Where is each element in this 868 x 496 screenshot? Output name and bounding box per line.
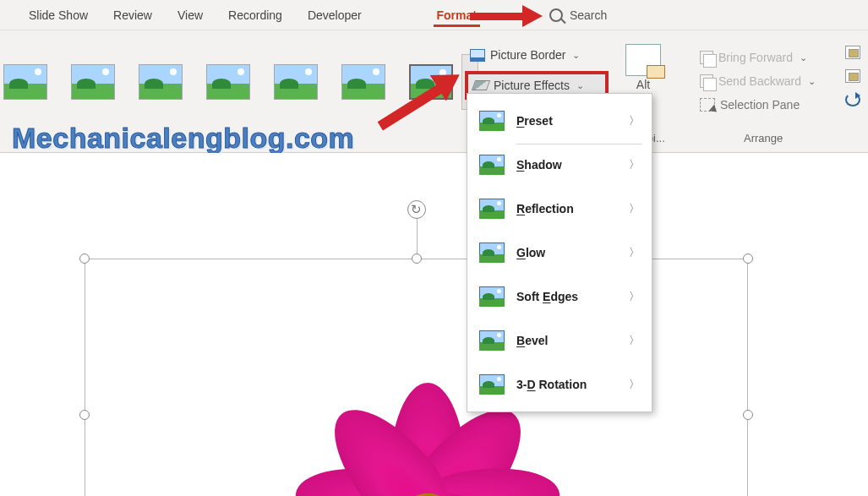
chevron-right-icon: 〉	[629, 113, 640, 128]
fx-label: Glow	[516, 246, 617, 259]
resize-handle[interactable]	[412, 253, 422, 264]
fx-item-3d-rotation[interactable]: 3-D Rotation 〉	[467, 362, 652, 406]
rotation-3d-icon	[479, 374, 505, 395]
shadow-icon	[479, 155, 505, 175]
resize-handle[interactable]	[743, 410, 753, 420]
chevron-down-icon: ⌄	[576, 80, 584, 91]
resize-handle[interactable]	[79, 410, 90, 420]
send-backward-button[interactable]: Send Backward ⌄	[696, 69, 865, 93]
arrange-group: Bring Forward ⌄ Send Backward ⌄ Selectio…	[696, 46, 865, 117]
picture-border-icon	[470, 49, 485, 62]
picture-border-label: Picture Border	[490, 48, 565, 62]
bevel-icon	[479, 330, 505, 351]
watermark-text: Mechanicalengblog.com	[12, 122, 354, 155]
fx-item-bevel[interactable]: Bevel 〉	[467, 319, 652, 362]
fx-label: Preset	[516, 114, 617, 128]
style-thumb[interactable]	[206, 64, 250, 100]
group-icon[interactable]	[845, 69, 860, 83]
resize-handle[interactable]	[79, 253, 90, 264]
fx-item-shadow[interactable]: Shadow 〉	[467, 143, 652, 187]
fx-item-reflection[interactable]: Reflection 〉	[467, 187, 652, 231]
picture-effects-label: Picture Effects	[494, 79, 570, 92]
annotation-arrow-to-format	[470, 5, 546, 27]
chevron-right-icon: 〉	[629, 333, 640, 348]
chevron-right-icon: 〉	[629, 201, 640, 216]
bring-forward-button[interactable]: Bring Forward ⌄	[696, 46, 865, 69]
rotation-handle[interactable]	[407, 200, 426, 219]
search-label: Search	[570, 8, 607, 22]
fx-item-soft-edges[interactable]: Soft Edges 〉	[467, 275, 652, 319]
fx-item-glow[interactable]: Glow 〉	[467, 231, 652, 275]
ribbon-tabs: Slide Show Review View Recording Develop…	[0, 0, 868, 30]
fx-label: Bevel	[516, 334, 617, 347]
send-backward-label: Send Backward	[718, 74, 801, 88]
alt-text-icon	[625, 44, 661, 76]
rotation-stem	[417, 215, 418, 253]
chevron-right-icon: 〉	[629, 289, 640, 304]
picture-border-button[interactable]: Picture Border ⌄	[465, 44, 609, 66]
chevron-right-icon: 〉	[629, 157, 640, 172]
chevron-down-icon: ⌄	[808, 76, 816, 87]
chevron-down-icon: ⌄	[572, 50, 580, 61]
chevron-down-icon: ⌄	[800, 52, 807, 63]
style-thumb[interactable]	[139, 64, 183, 100]
fx-item-preset[interactable]: Preset 〉	[467, 99, 652, 143]
search-icon	[549, 8, 563, 22]
fx-label: 3-D Rotation	[516, 378, 617, 391]
resize-handle[interactable]	[743, 253, 753, 264]
tab-recording[interactable]: Recording	[225, 3, 286, 27]
picture-effects-menu: Preset 〉 Shadow 〉 Reflection 〉 Glow 〉 So…	[467, 93, 652, 412]
soft-edges-icon	[479, 286, 505, 307]
bring-forward-icon	[700, 51, 713, 64]
fx-label: Reflection	[516, 202, 617, 215]
search-box[interactable]: Search	[549, 8, 607, 22]
style-thumb[interactable]	[3, 64, 47, 100]
tab-view[interactable]: View	[174, 3, 206, 27]
align-icon[interactable]	[845, 46, 860, 59]
glow-icon	[479, 243, 505, 263]
fx-label: Shadow	[516, 158, 617, 172]
style-thumb[interactable]	[71, 64, 115, 100]
tab-review[interactable]: Review	[110, 3, 156, 27]
bring-forward-label: Bring Forward	[718, 51, 793, 64]
alt-text-label-1: Alt	[625, 78, 661, 91]
arrange-group-label: Arrange	[744, 132, 783, 144]
rotate-icon[interactable]	[845, 93, 860, 106]
selection-pane-button[interactable]: Selection Pane	[696, 93, 865, 117]
picture-effects-icon	[472, 80, 490, 90]
slide-canvas[interactable]	[0, 153, 868, 496]
chevron-right-icon: 〉	[629, 377, 640, 392]
tab-slide-show[interactable]: Slide Show	[25, 3, 91, 27]
selection-pane-label: Selection Pane	[720, 98, 800, 112]
preset-icon	[479, 111, 505, 131]
selection-pane-icon	[700, 98, 715, 112]
arrange-extra-icons	[845, 46, 860, 117]
tab-developer[interactable]: Developer	[304, 3, 365, 27]
send-backward-icon	[700, 74, 713, 88]
chevron-right-icon: 〉	[629, 245, 640, 260]
reflection-icon	[479, 199, 505, 219]
style-thumb[interactable]	[274, 64, 318, 100]
fx-label: Soft Edges	[516, 290, 617, 303]
